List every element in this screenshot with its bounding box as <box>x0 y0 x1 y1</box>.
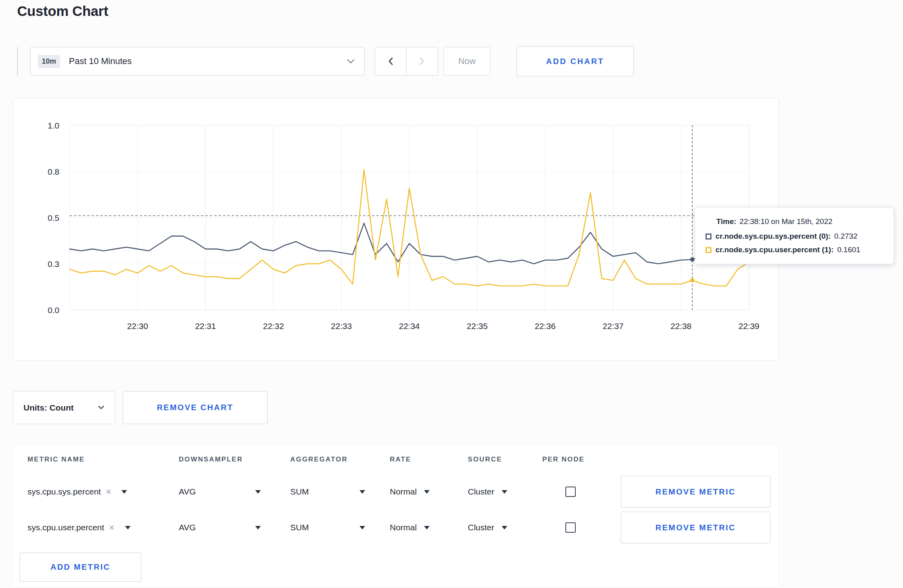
remove-metric-button[interactable]: REMOVE METRIC <box>621 512 770 543</box>
rate-value: Normal <box>390 523 417 532</box>
caret-down-icon <box>424 526 430 530</box>
source-select[interactable]: Cluster <box>468 523 507 532</box>
now-button[interactable]: Now <box>444 47 491 76</box>
tooltip-time-label: Time: <box>716 217 736 226</box>
add-metric-button[interactable]: ADD METRIC <box>20 553 141 582</box>
svg-text:22:37: 22:37 <box>603 321 624 331</box>
header-downsampler: DOWNSAMPLER <box>179 456 290 463</box>
header-metric-name: METRIC NAME <box>27 456 179 463</box>
chart-tooltip: Time:22:38:10 on Mar 15th, 2022 cr.node.… <box>695 207 894 264</box>
time-pager <box>375 47 438 76</box>
metrics-grid: METRIC NAME DOWNSAMPLER AGGREGATOR RATE … <box>13 445 778 545</box>
aggregator-value: SUM <box>290 487 309 496</box>
tooltip-time-row: Time:22:38:10 on Mar 15th, 2022 <box>706 217 883 226</box>
source-select[interactable]: Cluster <box>468 487 507 496</box>
next-time-button[interactable] <box>406 47 438 76</box>
rate-value: Normal <box>390 487 417 496</box>
line-chart[interactable]: 0.00.30.50.81.022:3022:3122:3222:3322:34… <box>13 98 779 361</box>
prev-time-button[interactable] <box>375 47 407 76</box>
header-source: SOURCE <box>468 456 542 463</box>
page-title: Custom Chart <box>17 3 108 19</box>
header-aggregator: AGGREGATOR <box>290 456 390 463</box>
source-value: Cluster <box>468 523 494 532</box>
svg-text:22:34: 22:34 <box>399 321 420 331</box>
toolbar-divider <box>17 47 18 76</box>
tooltip-series-name: cr.node.sys.cpu.user.percent (1): <box>715 245 834 254</box>
rate-select[interactable]: Normal <box>390 523 430 532</box>
header-per-node: PER NODE <box>542 456 621 463</box>
svg-text:22:35: 22:35 <box>467 321 488 331</box>
per-node-checkbox[interactable] <box>565 522 576 533</box>
caret-down-icon <box>125 526 131 530</box>
tooltip-series-value: 0.1601 <box>837 245 860 254</box>
chart-card: 0.00.30.50.81.022:3022:3122:3222:3322:34… <box>13 98 779 361</box>
metrics-header-row: METRIC NAME DOWNSAMPLER AGGREGATOR RATE … <box>27 445 778 474</box>
time-range-badge: 10m <box>38 55 60 68</box>
clear-metric-icon[interactable]: × <box>109 523 115 532</box>
units-label: Units: Count <box>23 403 74 413</box>
caret-down-icon <box>360 526 365 530</box>
time-range-label: Past 10 Minutes <box>69 56 132 66</box>
chevron-left-icon <box>388 57 393 66</box>
custom-chart-page: Custom Chart 10m Past 10 Minutes Now ADD… <box>0 0 903 588</box>
caret-down-icon <box>121 490 127 494</box>
svg-text:22:31: 22:31 <box>195 321 216 331</box>
downsampler-value: AVG <box>179 523 196 532</box>
time-range-selector[interactable]: 10m Past 10 Minutes <box>30 47 365 76</box>
add-chart-button[interactable]: ADD CHART <box>516 46 634 76</box>
metric-name-select[interactable]: sys.cpu.user.percent × <box>27 523 131 532</box>
aggregator-select[interactable]: SUM <box>290 523 365 532</box>
tooltip-series-name: cr.node.sys.cpu.sys.percent (0): <box>715 232 831 241</box>
svg-text:22:38: 22:38 <box>670 321 692 331</box>
svg-text:22:36: 22:36 <box>535 321 556 331</box>
svg-text:22:33: 22:33 <box>331 321 352 331</box>
caret-down-icon <box>255 526 261 530</box>
caret-down-icon <box>255 490 261 494</box>
series-user-swatch-icon <box>706 247 711 253</box>
units-dropdown[interactable]: Units: Count <box>13 391 115 424</box>
chevron-down-icon <box>347 59 355 64</box>
svg-text:22:30: 22:30 <box>127 321 148 331</box>
caret-down-icon <box>502 526 507 530</box>
metrics-table: METRIC NAME DOWNSAMPLER AGGREGATOR RATE … <box>13 444 779 588</box>
svg-text:0.3: 0.3 <box>48 259 59 269</box>
tooltip-series-value: 0.2732 <box>834 232 857 241</box>
chevron-right-icon <box>419 57 425 66</box>
header-rate: RATE <box>390 456 468 463</box>
metric-name-value: sys.cpu.user.percent <box>27 523 104 532</box>
per-node-checkbox[interactable] <box>565 487 576 497</box>
tooltip-time-value: 22:38:10 on Mar 15th, 2022 <box>739 217 832 226</box>
toolbar: 10m Past 10 Minutes Now ADD CHART <box>17 46 634 76</box>
source-value: Cluster <box>468 487 494 496</box>
metric-row: sys.cpu.sys.percent × AVG SUM <box>27 474 778 510</box>
metric-row: sys.cpu.user.percent × AVG SUM <box>27 510 778 545</box>
caret-down-icon <box>502 490 507 494</box>
metric-name-select[interactable]: sys.cpu.sys.percent × <box>27 487 127 496</box>
downsampler-select[interactable]: AVG <box>179 487 261 496</box>
aggregator-value: SUM <box>290 523 309 532</box>
caret-down-icon <box>360 490 365 494</box>
remove-chart-button[interactable]: REMOVE CHART <box>123 391 268 424</box>
svg-text:0.5: 0.5 <box>48 213 59 222</box>
svg-text:22:39: 22:39 <box>739 321 760 331</box>
svg-text:1.0: 1.0 <box>48 121 59 130</box>
chevron-down-icon <box>98 405 104 410</box>
caret-down-icon <box>424 490 430 494</box>
metric-name-value: sys.cpu.sys.percent <box>27 487 101 496</box>
aggregator-select[interactable]: SUM <box>290 487 365 496</box>
downsampler-select[interactable]: AVG <box>179 523 261 532</box>
tooltip-series-row: cr.node.sys.cpu.sys.percent (0): 0.2732 <box>706 232 883 241</box>
series-sys-swatch-icon <box>706 234 711 239</box>
svg-text:0.8: 0.8 <box>48 167 59 176</box>
downsampler-value: AVG <box>179 487 196 496</box>
svg-text:22:32: 22:32 <box>263 321 284 331</box>
clear-metric-icon[interactable]: × <box>106 487 111 496</box>
remove-metric-button[interactable]: REMOVE METRIC <box>621 476 770 508</box>
chart-controls-row: Units: Count REMOVE CHART <box>13 391 268 424</box>
svg-text:0.0: 0.0 <box>48 306 59 315</box>
rate-select[interactable]: Normal <box>390 487 430 496</box>
tooltip-series-row: cr.node.sys.cpu.user.percent (1): 0.1601 <box>706 245 883 254</box>
